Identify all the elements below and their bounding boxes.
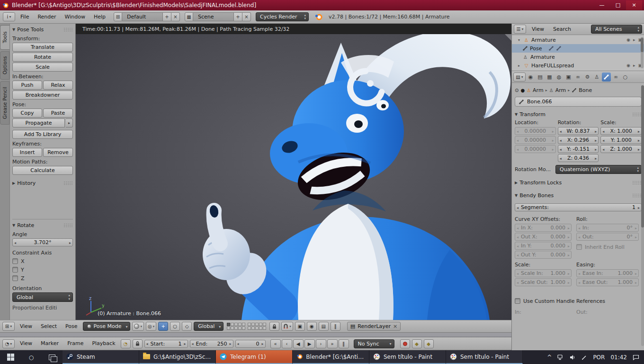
angle-field[interactable]: 3.702° bbox=[12, 238, 73, 246]
timeline-strip[interactable] bbox=[0, 333, 511, 337]
orientation-select[interactable]: Global bbox=[12, 292, 73, 302]
rotation-z-field[interactable]: Z: 0.436 bbox=[558, 154, 599, 162]
layout-name[interactable]: Default bbox=[122, 12, 163, 21]
outliner-row-armature-data[interactable]: ♙ Armature bbox=[512, 53, 644, 61]
scale-x-field[interactable]: X: 1.000 bbox=[600, 127, 642, 135]
tab-object[interactable]: ▣ bbox=[564, 73, 573, 82]
layers-grid-left[interactable] bbox=[227, 323, 245, 330]
constraint-y-checkbox[interactable] bbox=[12, 267, 18, 273]
panel-grip[interactable] bbox=[63, 223, 73, 228]
clock[interactable]: 01:42 bbox=[610, 354, 627, 361]
prev-keyframe-button[interactable]: ‹ bbox=[282, 339, 292, 348]
properties-editor-type-button[interactable]: ▤ bbox=[513, 73, 526, 82]
panel-grip[interactable] bbox=[632, 181, 642, 185]
action-center-icon[interactable] bbox=[633, 355, 639, 360]
tab-modifiers[interactable]: ⚙ bbox=[583, 73, 592, 82]
outliner-scrollbar[interactable] bbox=[641, 37, 644, 68]
transform-orientation-select[interactable]: Global bbox=[194, 322, 224, 331]
taskbar-app-explorer[interactable]: G:\$Antigo\3D\zScul... bbox=[139, 350, 216, 364]
taskbar-app-paint-2[interactable]: Sem título - Paint bbox=[446, 350, 523, 364]
volume-icon[interactable] bbox=[570, 355, 576, 360]
rotate-button[interactable]: Rotate bbox=[12, 53, 73, 62]
curve-in-y-field[interactable]: In Y:0.000 bbox=[515, 242, 572, 250]
curve-out-y-field[interactable]: Out Y:0.000 bbox=[515, 251, 572, 259]
propagate-options-arrow[interactable]: ▸ bbox=[66, 118, 73, 127]
snap-button[interactable] bbox=[281, 322, 293, 331]
rotate-panel-header[interactable]: Rotate bbox=[12, 221, 73, 229]
pose-tools-panel-header[interactable]: Pose Tools bbox=[12, 26, 73, 34]
roll-in-field[interactable]: In:0° bbox=[576, 224, 639, 232]
scale-z-field[interactable]: Z: 1.000 bbox=[600, 145, 642, 153]
tab-bone-constraints[interactable]: ∞ bbox=[611, 73, 620, 82]
view3d-menu-pose[interactable]: Pose bbox=[62, 320, 80, 333]
frame-end-field[interactable]: End:250 bbox=[190, 340, 233, 348]
tab-constraints[interactable]: ∞ bbox=[573, 73, 582, 82]
scene-add-button[interactable]: + bbox=[234, 12, 242, 21]
bendy-bones-panel-header[interactable]: Bendy Bones bbox=[515, 191, 642, 200]
push-button[interactable]: Push bbox=[12, 81, 42, 90]
taskbar-app-steam[interactable]: Steam bbox=[63, 350, 139, 364]
constraint-z-checkbox[interactable] bbox=[12, 275, 18, 281]
pin-icon[interactable]: ⊙ bbox=[515, 88, 519, 93]
panel-grip[interactable] bbox=[63, 27, 73, 32]
network-icon[interactable] bbox=[557, 355, 564, 360]
properties-scrollbar[interactable] bbox=[641, 85, 644, 346]
timeline-menu-frame[interactable]: Frame bbox=[64, 337, 87, 350]
propagate-button[interactable]: Propagate bbox=[12, 118, 65, 127]
add-to-library-button[interactable]: Add To Library bbox=[12, 130, 73, 139]
jump-to-start-button[interactable]: « bbox=[270, 339, 281, 348]
manipulator-rotate-button[interactable]: ○ bbox=[170, 322, 180, 331]
outliner-menu-search[interactable]: Search bbox=[550, 23, 574, 36]
tab-armature-data[interactable]: ♙ bbox=[592, 73, 601, 82]
scene-name[interactable]: Scene bbox=[193, 12, 234, 21]
timeline-menu-view[interactable]: View bbox=[17, 337, 36, 350]
play-button[interactable]: ▶ bbox=[304, 339, 315, 348]
jump-to-end-button[interactable]: » bbox=[327, 339, 338, 348]
tab-grease-pencil[interactable]: Grease Pencil bbox=[0, 81, 9, 125]
location-z-field[interactable]: 0.00000 bbox=[515, 145, 556, 153]
transform-locks-panel-header[interactable]: Transform Locks bbox=[515, 179, 642, 187]
tab-options[interactable]: Options bbox=[0, 51, 9, 80]
tab-scene[interactable]: ▦ bbox=[545, 73, 554, 82]
scene-browse-button[interactable]: ▦ bbox=[185, 12, 193, 21]
maximize-button[interactable]: □ bbox=[610, 0, 626, 10]
layout-browse-button[interactable]: ⊞ bbox=[114, 12, 122, 21]
viewport-3d[interactable]: Time:00:11.73 | Mem:81.26M, Peak:81.26M … bbox=[76, 24, 511, 320]
area-corner-widget[interactable] bbox=[505, 34, 511, 41]
opengl-render-anim-button[interactable]: ▤ bbox=[319, 322, 329, 331]
keying-set-button[interactable]: ◆ bbox=[412, 339, 422, 348]
search-button[interactable]: ○ bbox=[21, 350, 42, 364]
tab-render[interactable]: ◉ bbox=[526, 73, 535, 82]
rotation-w-field[interactable]: W: 0.837 bbox=[558, 127, 599, 135]
tab-bone[interactable] bbox=[602, 73, 611, 82]
render-engine-select[interactable]: Cycles Render bbox=[256, 12, 309, 21]
taskbar-app-blender[interactable]: Blender* [G:\$Antigo\... bbox=[293, 350, 369, 364]
layout-add-button[interactable]: + bbox=[163, 12, 171, 21]
ease-out-field[interactable]: Ease Out:1.000 bbox=[576, 278, 639, 286]
constraint-x-checkbox[interactable] bbox=[12, 258, 18, 264]
rotation-x-field[interactable]: X: 0.296 bbox=[558, 136, 599, 144]
outliner-row-armature-object[interactable]: ▾ ♙ Armature ◉ ▸ ▣ bbox=[512, 36, 644, 44]
scale-in-field[interactable]: Scale In:1.000 bbox=[515, 269, 572, 277]
timeline-menu-marker[interactable]: Marker bbox=[37, 337, 62, 350]
eye-icon[interactable]: ◉ bbox=[626, 37, 630, 42]
current-frame-field[interactable]: 0 bbox=[235, 340, 266, 348]
tree-closed-icon[interactable]: ▸ bbox=[517, 64, 521, 68]
calculate-button[interactable]: Calculate bbox=[12, 166, 73, 175]
tab-render-layers[interactable]: ▤ bbox=[536, 73, 545, 82]
relax-button[interactable]: Relax bbox=[43, 81, 73, 90]
ease-in-field[interactable]: Ease In:1.000 bbox=[576, 269, 639, 277]
frame-start-field[interactable]: Start:1 bbox=[144, 340, 188, 348]
panel-grip[interactable] bbox=[632, 193, 642, 198]
tree-open-icon[interactable]: ▾ bbox=[517, 38, 521, 42]
play-reverse-button[interactable]: ◀ bbox=[293, 339, 304, 348]
start-button[interactable] bbox=[0, 350, 21, 364]
history-panel-header[interactable]: History bbox=[12, 179, 73, 187]
selectable-icon[interactable]: ▸ bbox=[633, 37, 635, 42]
render-layer-unlink-button[interactable]: × bbox=[393, 323, 397, 329]
eye-icon[interactable]: ◉ bbox=[626, 63, 630, 68]
curve-out-x-field[interactable]: Out X:0.000 bbox=[515, 233, 572, 241]
render-layer-selector[interactable]: ▤ RenderLayer × bbox=[347, 322, 401, 331]
outliner-editor-type-button[interactable]: ☰ bbox=[514, 25, 526, 34]
custom-handles-checkbox[interactable] bbox=[515, 298, 520, 304]
